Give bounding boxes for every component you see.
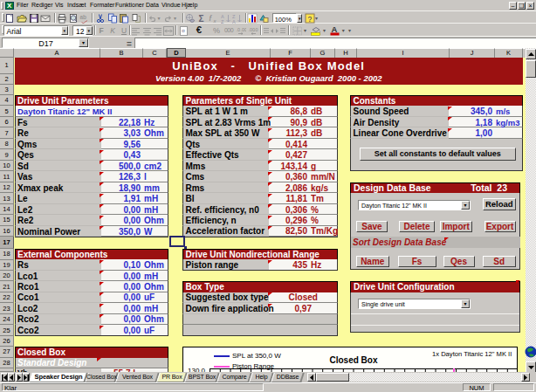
svg-text:?: ? bbox=[308, 14, 313, 23]
svg-text:A: A bbox=[232, 18, 236, 24]
svg-text:x: x bbox=[213, 18, 217, 24]
svg-text:.0: .0 bbox=[237, 27, 241, 32]
svg-text:.0: .0 bbox=[254, 27, 258, 32]
svg-text:ab: ab bbox=[80, 14, 87, 20]
svg-text:f: f bbox=[210, 14, 213, 23]
svg-text:Σ: Σ bbox=[198, 14, 203, 24]
svg-text:.00: .00 bbox=[241, 27, 247, 32]
svg-text:Z: Z bbox=[221, 18, 224, 24]
svg-text:¤: ¤ bbox=[182, 28, 185, 34]
svg-text:A: A bbox=[332, 24, 338, 34]
